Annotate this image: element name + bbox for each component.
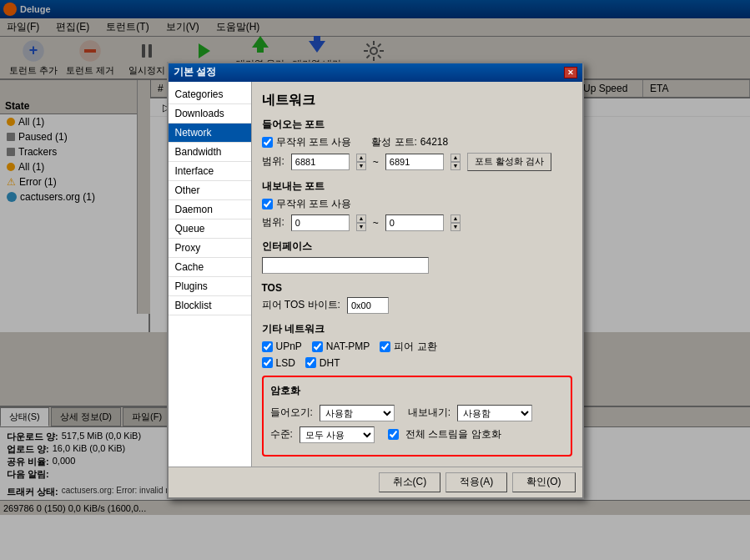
modal-cat-network[interactable]: Network [169,124,251,143]
lsd-checkbox[interactable] [262,357,273,368]
apply-button[interactable]: 적용(A) [445,472,507,492]
nat-pmp-checkbox[interactable] [312,341,323,352]
ok-button[interactable]: 확인(O) [512,472,575,492]
range-tilde: ~ [373,156,379,168]
outgoing-to-down[interactable]: ▼ [451,223,461,231]
incoming-ports-title: 들어오는 포트 [262,118,572,132]
peer-exchange-checkbox[interactable] [380,341,390,352]
other-network-row2: LSD DHT [262,357,572,369]
encryption-row2: 수준: 모두 사용 전체 스트림을 암호화 [270,426,564,443]
encryption-title: 암호화 [270,384,564,398]
modal-cat-categories[interactable]: Categories [169,85,251,104]
encrypt-all-label: 전체 스트림을 암호화 [405,427,501,441]
incoming-random-row: 무작위 포트 사용 활성 포트: 64218 [262,135,572,149]
outgoing-to-up[interactable]: ▲ [451,214,461,223]
tos-row: 피어 TOS 바이트: [262,297,572,314]
outgoing-random-checkbox[interactable] [262,199,273,209]
outgoing-enc-select[interactable]: 사용함 [457,405,532,421]
tos-label: 피어 TOS 바이트: [262,298,340,312]
upnp-label: UPnP [276,341,302,352]
encryption-box: 암호화 들어오기: 사용함 내보내기: 사용함 수준: [262,376,572,457]
settings-modal: 기본 설정 ✕ Categories Downloads Network Ban… [167,62,584,499]
other-network-title: 기타 네트워크 [262,322,572,336]
incoming-enc-select[interactable]: 사용함 [320,405,395,421]
modal-close-button[interactable]: ✕ [564,67,577,78]
modal-overlay: 기본 설정 ✕ Categories Downloads Network Ban… [0,0,750,560]
encrypt-all-checkbox[interactable] [388,429,399,440]
outgoing-random-row: 무작위 포트 사용 [262,197,572,211]
incoming-range-label: 범위: [262,154,284,169]
incoming-random-checkbox[interactable] [262,137,273,148]
incoming-range-to[interactable] [385,154,444,170]
upnp-checkbox[interactable] [262,341,273,352]
outgoing-from-down[interactable]: ▼ [356,223,366,231]
incoming-range-from[interactable] [291,154,350,170]
check-port-button[interactable]: 포트 활성화 검사 [467,153,551,171]
active-port-value: 64218 [420,136,448,148]
other-network-row1: UPnP NAT-PMP 피어 교환 [262,340,572,354]
tos-input[interactable] [347,297,389,314]
incoming-to-up[interactable]: ▲ [451,154,461,162]
modal-cat-proxy[interactable]: Proxy [169,239,251,258]
interface-title: 인터페이스 [262,240,572,254]
level-label: 수준: [270,427,293,441]
interface-row [262,257,572,274]
lsd-label: LSD [276,357,295,369]
outgoing-range-row: 범위: ▲ ▼ ~ ▲ ▼ [262,214,572,231]
incoming-from-down[interactable]: ▼ [356,162,366,170]
interface-input[interactable] [262,257,429,274]
modal-title: 기본 설정 [174,65,216,79]
modal-network-content: 네트워크 들어오는 포트 무작위 포트 사용 활성 포트: 64218 범위: … [252,82,582,467]
outgoing-from-up[interactable]: ▲ [356,214,366,223]
incoming-from-up[interactable]: ▲ [356,154,366,162]
peer-exchange-label: 피어 교환 [394,340,436,354]
modal-footer: 취소(C) 적용(A) 확인(O) [169,467,582,497]
network-title: 네트워크 [262,92,572,109]
incoming-range-row: 범위: ▲ ▼ ~ ▲ ▼ 포트 활성화 검사 [262,153,572,171]
outgoing-range-label: 범위: [262,215,284,230]
modal-cat-downloads[interactable]: Downloads [169,104,251,124]
modal-cat-plugins[interactable]: Plugins [169,277,251,296]
incoming-random-label: 무작위 포트 사용 [276,135,352,149]
modal-sidebar: Categories Downloads Network Bandwidth I… [169,82,252,467]
modal-cat-bandwidth[interactable]: Bandwidth [169,143,251,162]
modal-cat-daemon[interactable]: Daemon [169,200,251,219]
dht-label: DHT [320,357,340,369]
modal-cat-queue[interactable]: Queue [169,219,251,239]
outgoing-range-to[interactable] [385,214,444,231]
outgoing-tilde: ~ [373,217,379,229]
outgoing-enc-label: 내보내기: [408,406,451,420]
nat-pmp-label: NAT-PMP [326,341,370,352]
active-port-label: 활성 포트: [371,135,417,149]
outgoing-random-label: 무작위 포트 사용 [276,197,352,211]
cancel-button[interactable]: 취소(C) [379,472,441,492]
modal-body: Categories Downloads Network Bandwidth I… [169,82,582,467]
modal-cat-blocklist[interactable]: Blocklist [169,296,251,315]
modal-cat-interface[interactable]: Interface [169,162,251,181]
incoming-enc-label: 들어오기: [270,406,313,420]
level-select[interactable]: 모두 사용 [299,426,375,443]
outgoing-range-from[interactable] [291,214,350,231]
modal-cat-other[interactable]: Other [169,181,251,200]
tos-title: TOS [262,282,572,294]
dht-checkbox[interactable] [305,357,316,368]
modal-title-bar: 기본 설정 ✕ [169,63,582,82]
encryption-row1: 들어오기: 사용함 내보내기: 사용함 [270,405,564,421]
outgoing-ports-title: 내보내는 포트 [262,179,572,194]
incoming-to-down[interactable]: ▼ [451,162,461,170]
modal-cat-cache[interactable]: Cache [169,258,251,277]
